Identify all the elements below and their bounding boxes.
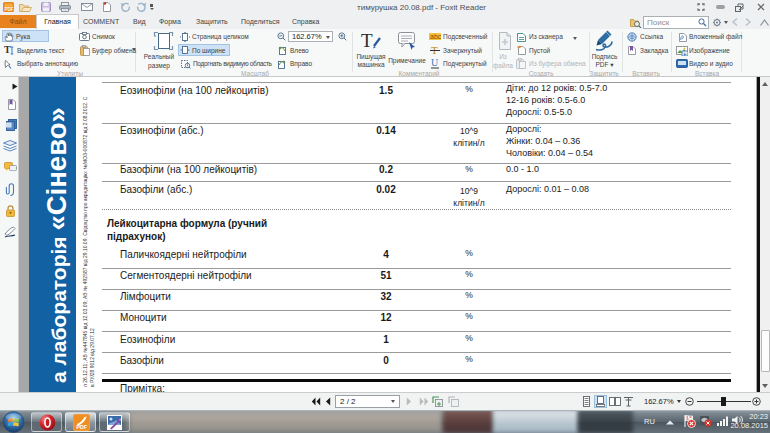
svg-text:PDF: PDF (5, 7, 14, 12)
svg-text:PDF: PDF (76, 424, 88, 430)
svg-text:T: T (4, 45, 11, 55)
svg-text:U: U (431, 58, 439, 68)
svg-text:T: T (361, 30, 373, 51)
svg-text:abc: abc (430, 33, 441, 40)
